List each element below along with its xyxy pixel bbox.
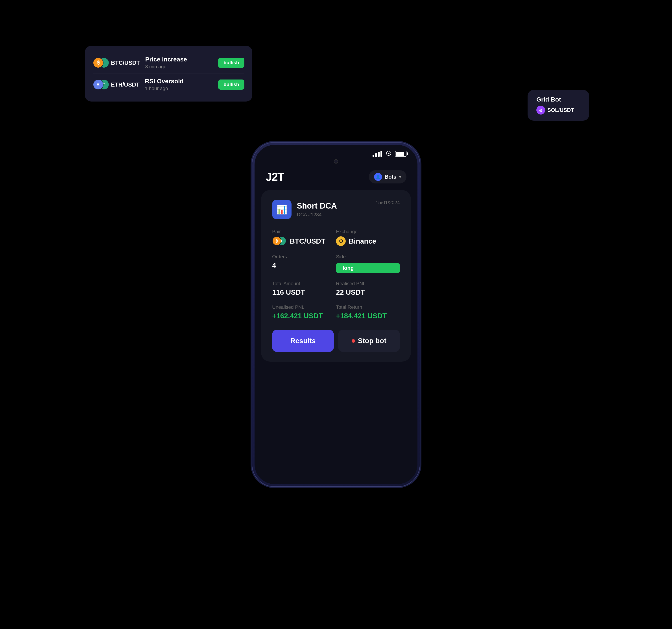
bottom-buttons: Results Stop bot <box>272 330 400 352</box>
eth-icon: Ξ <box>93 79 103 90</box>
total-return-field: Total Return +184.421 USDT <box>336 304 400 320</box>
total-amount-label: Total Amount <box>272 281 336 286</box>
pair-display: ₿ T BTC/USDT <box>272 236 336 246</box>
grid-bot-card: Grid Bot ◎ SOL/USDT <box>528 90 589 121</box>
total-return-label: Total Return <box>336 304 400 310</box>
notif-text-btc: Price increase 3 min ago <box>145 56 213 70</box>
notif-signal-eth: RSI Oversold <box>145 78 213 85</box>
grid-bot-pair-label: SOL/USDT <box>547 107 574 113</box>
header-nav[interactable]: 👤 Bots ▾ <box>369 170 406 183</box>
phone: ⦿ J2T 👤 Bots ▾ <box>252 143 420 486</box>
app-header: J2T 👤 Bots ▾ <box>255 166 417 190</box>
card-date: 15/01/2024 <box>376 200 400 206</box>
nav-bots-label: Bots <box>385 174 396 180</box>
unrealised-pnl-value: +162.421 USDT <box>272 312 336 320</box>
unrealised-pnl-field: Unealised PNL +162.421 USDT <box>272 304 336 320</box>
card-header: 📊 Short DCA DCA #1234 15/01/2024 <box>272 200 400 219</box>
grid-bot-pair: ◎ SOL/USDT <box>536 106 580 115</box>
pair-coin-icons: ₿ T <box>272 236 288 246</box>
notification-card: ₿ T BTC/USDT Price increase 3 min ago bu… <box>85 46 252 101</box>
bot-name: Short DCA <box>297 201 337 211</box>
sol-icon: ◎ <box>536 106 545 115</box>
signal-bar-3 <box>378 152 380 157</box>
battery-fill <box>396 152 404 156</box>
notif-row-eth: Ξ T ETH/USDT RSI Oversold 1 hour ago bul… <box>93 74 244 95</box>
orders-label: Orders <box>272 254 336 260</box>
wifi-icon: ⦿ <box>386 150 391 157</box>
orders-value: 4 <box>272 261 336 270</box>
notif-time-eth: 1 hour ago <box>145 86 213 91</box>
camera-dot <box>334 159 338 164</box>
binance-icon: ⬡ <box>336 236 346 246</box>
notif-time-btc: 3 min ago <box>145 64 213 70</box>
signal-bar-1 <box>373 155 374 157</box>
exchange-label: Exchange <box>336 229 400 235</box>
exchange-field: Exchange ⬡ Binance <box>336 229 400 246</box>
pair-field: Pair ₿ T BTC/USDT <box>272 229 336 246</box>
long-badge: long <box>336 263 400 273</box>
signal-bar-4 <box>381 150 382 157</box>
battery-icon <box>395 151 406 157</box>
bullish-badge-btc: bullish <box>218 58 244 68</box>
main-card: 📊 Short DCA DCA #1234 15/01/2024 Pair <box>261 190 411 362</box>
bot-icon: 📊 <box>272 200 291 219</box>
notif-signal-btc: Price increase <box>145 56 213 63</box>
results-button[interactable]: Results <box>272 330 334 352</box>
realised-pnl-value: 22 USDT <box>336 288 400 297</box>
pair-label: Pair <box>272 229 336 235</box>
notif-text-eth: RSI Oversold 1 hour ago <box>145 78 213 91</box>
status-bar: ⦿ <box>255 145 417 159</box>
btc-icon: ₿ <box>93 57 103 68</box>
exchange-value: Binance <box>349 237 376 246</box>
btc-pair-label: BTC/USDT <box>111 60 140 66</box>
notif-coin-pair-btc: ₿ T BTC/USDT <box>93 57 140 68</box>
bot-id: DCA #1234 <box>297 212 337 217</box>
bullish-badge-eth: bullish <box>218 79 244 90</box>
battery-tip <box>407 153 408 155</box>
realised-pnl-field: Realised PNL 22 USDT <box>336 281 400 297</box>
notif-coin-pair-eth: Ξ T ETH/USDT <box>93 79 140 90</box>
eth-pair-label: ETH/USDT <box>111 81 140 88</box>
pair-value: BTC/USDT <box>290 237 326 246</box>
unrealised-pnl-label: Unealised PNL <box>272 304 336 310</box>
bot-name-group: Short DCA DCA #1234 <box>297 201 337 217</box>
stop-bot-label: Stop bot <box>358 337 386 345</box>
side-label: Side <box>336 254 400 260</box>
stop-dot-icon <box>352 339 355 343</box>
notif-row-btc: ₿ T BTC/USDT Price increase 3 min ago bu… <box>93 52 244 74</box>
btc-usdt-icons: ₿ T <box>93 57 109 68</box>
total-amount-field: Total Amount 116 USDT <box>272 281 336 297</box>
total-return-value: +184.421 USDT <box>336 312 400 320</box>
camera-area <box>255 159 417 164</box>
field-grid: Pair ₿ T BTC/USDT Exchange ⬡ <box>272 229 400 320</box>
bot-info: 📊 Short DCA DCA #1234 <box>272 200 337 219</box>
eth-usdt-icons: Ξ T <box>93 79 109 90</box>
phone-screen: ⦿ J2T 👤 Bots ▾ <box>255 145 417 484</box>
logo-text: J2T <box>266 170 284 183</box>
exchange-display: ⬡ Binance <box>336 236 400 246</box>
pair-btc-icon: ₿ <box>272 236 281 246</box>
total-amount-value: 116 USDT <box>272 288 336 297</box>
side-field: Side long <box>336 254 400 273</box>
user-avatar-icon: 👤 <box>374 173 382 181</box>
app-logo: J2T <box>266 170 284 183</box>
signal-bars <box>373 150 382 157</box>
grid-bot-title: Grid Bot <box>536 96 580 103</box>
signal-bar-2 <box>375 153 377 157</box>
realised-pnl-label: Realised PNL <box>336 281 400 286</box>
stop-bot-button[interactable]: Stop bot <box>338 330 400 352</box>
orders-field: Orders 4 <box>272 254 336 273</box>
chevron-down-icon: ▾ <box>399 174 401 180</box>
